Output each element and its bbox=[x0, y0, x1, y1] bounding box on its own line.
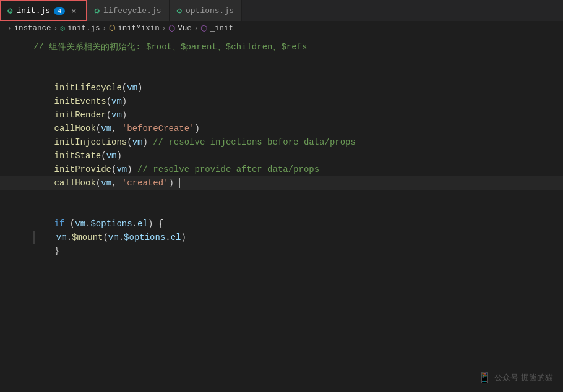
tab-badge-init: 4 bbox=[54, 7, 65, 15]
breadcrumb-initjs[interactable]: ⚙ init.js bbox=[60, 23, 100, 33]
watermark-icon: 📱 bbox=[478, 372, 491, 383]
code-line-4: callHook(vm, 'beforeCreate') bbox=[0, 122, 563, 135]
code-line-9: if (vm.$options.el) { bbox=[0, 217, 563, 231]
lc-9: if (vm.$options.el) { bbox=[31, 217, 163, 231]
blank-4 bbox=[0, 203, 563, 217]
code-line-1: initLifecycle(vm) bbox=[0, 81, 563, 95]
breadcrumb-init-label: _init bbox=[210, 24, 233, 33]
tab-options[interactable]: ⚙ options.js bbox=[170, 0, 242, 21]
box-icon-1: ⬡ bbox=[168, 23, 175, 33]
code-line-2: initEvents(vm) bbox=[0, 95, 563, 108]
blank-2 bbox=[0, 67, 563, 81]
code-line-10: vm.$mount(vm.$options.el) bbox=[0, 231, 563, 244]
lc-6: initState(vm) bbox=[31, 149, 122, 163]
code-line-3: initRender(vm) bbox=[0, 108, 563, 122]
tab-label-init: init.js bbox=[16, 6, 50, 15]
breadcrumb-initmixin[interactable]: ⬡ initMixin bbox=[109, 23, 160, 33]
tab-label-lifecycle: lifecycle.js bbox=[103, 6, 161, 15]
bc-sep-4: › bbox=[194, 25, 199, 32]
bc-sep-3: › bbox=[162, 25, 166, 32]
lc-4: callHook(vm, 'beforeCreate') bbox=[31, 122, 200, 135]
tab-label-options: options.js bbox=[186, 6, 234, 15]
lc-11: } bbox=[31, 244, 59, 258]
watermark: 📱 公众号 掘熊的猫 bbox=[478, 372, 553, 383]
tab-icon-init: ⚙ bbox=[7, 6, 12, 16]
code-line-11: } bbox=[0, 244, 563, 258]
blank-1 bbox=[0, 54, 563, 67]
code-comment: // 组件关系相关的初始化: $root、$parent、$children、$… bbox=[31, 40, 307, 54]
breadcrumb-initmixin-label: initMixin bbox=[118, 24, 160, 33]
lc-8: callHook(vm, 'created') bbox=[31, 176, 180, 190]
blank-3 bbox=[0, 190, 563, 203]
tab-icon-options: ⚙ bbox=[177, 6, 182, 16]
cursor bbox=[174, 178, 180, 188]
breadcrumb-arrow: › bbox=[7, 25, 12, 32]
tab-icon-lifecycle: ⚙ bbox=[94, 6, 99, 16]
code-line-8: callHook(vm, 'created') bbox=[0, 176, 563, 190]
lc-7: initProvide(vm) // resolve provide after… bbox=[31, 163, 319, 176]
tab-lifecycle[interactable]: ⚙ lifecycle.js bbox=[87, 0, 169, 21]
code-line-6: initState(vm) bbox=[0, 149, 563, 163]
breadcrumb-init[interactable]: ⬡ _init bbox=[200, 23, 233, 33]
tab-init[interactable]: ⚙ init.js 4 ✕ bbox=[0, 0, 87, 21]
code-editor[interactable]: // 组件关系相关的初始化: $root、$parent、$children、$… bbox=[0, 35, 563, 392]
lc-3: initRender(vm) bbox=[31, 108, 127, 122]
watermark-text: 公众号 掘熊的猫 bbox=[494, 372, 553, 383]
fn-icon-1: ⬡ bbox=[109, 23, 115, 33]
breadcrumb-vue-label: Vue bbox=[178, 24, 192, 33]
tab-bar: ⚙ init.js 4 ✕ ⚙ lifecycle.js ⚙ options.j… bbox=[0, 0, 563, 22]
bc-sep-1: › bbox=[54, 25, 58, 32]
lc-5: initInjections(vm) // resolve injections… bbox=[31, 135, 356, 149]
code-line-comment: // 组件关系相关的初始化: $root、$parent、$children、$… bbox=[0, 40, 563, 54]
breadcrumb-vue[interactable]: ⬡ Vue bbox=[168, 23, 192, 33]
lc-1: initLifecycle(vm) bbox=[31, 81, 142, 95]
box-icon-2: ⬡ bbox=[200, 23, 207, 33]
breadcrumb-instance-label: instance bbox=[14, 24, 51, 33]
code-line-5: initInjections(vm) // resolve injections… bbox=[0, 135, 563, 149]
lc-2: initEvents(vm) bbox=[31, 95, 127, 108]
breadcrumb-instance[interactable]: instance bbox=[14, 24, 51, 33]
code-line-7: initProvide(vm) // resolve provide after… bbox=[0, 163, 563, 176]
bc-sep-2: › bbox=[103, 25, 107, 32]
breadcrumb: › instance › ⚙ init.js › ⬡ initMixin › ⬡… bbox=[0, 22, 563, 35]
tab-close-init[interactable]: ✕ bbox=[69, 4, 79, 17]
breadcrumb-initjs-label: init.js bbox=[67, 24, 100, 33]
vue-icon-1: ⚙ bbox=[60, 23, 65, 33]
lc-10: vm.$mount(vm.$options.el) bbox=[33, 231, 186, 244]
